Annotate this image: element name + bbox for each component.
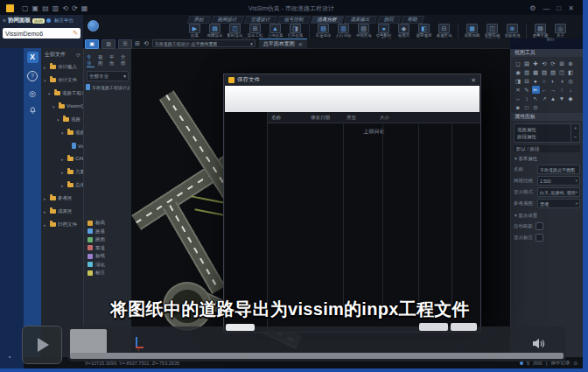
collapse-panel-icon[interactable]: « <box>3 18 6 24</box>
dialog-path-button[interactable] <box>226 324 255 331</box>
tree-expand-icon[interactable]: ▸ <box>61 170 66 175</box>
ribbon-button[interactable]: ▤路网导出 <box>205 24 225 38</box>
ribbon-tab[interactable]: 路网设计 <box>211 16 244 24</box>
parent-directory-row[interactable]: 上级目录 <box>268 128 480 136</box>
notification-bell-icon[interactable] <box>29 106 37 116</box>
play-button[interactable] <box>22 326 62 364</box>
ribbon-button[interactable]: ⊕坐标校准 <box>502 24 522 38</box>
section-display-settings[interactable]: ▾ 显示设置 <box>511 209 583 221</box>
undo-view-icon[interactable]: ⟲ <box>144 40 149 47</box>
view-tool-icon[interactable]: ← <box>541 86 549 94</box>
add-property-button[interactable]: ＋ <box>571 124 579 133</box>
ribbon-button[interactable]: ▶仿真 <box>185 24 205 38</box>
view-tool-icon[interactable]: ▧ <box>541 68 549 76</box>
active-document-tab[interactable]: 总平面布置图 ✕ <box>259 39 307 49</box>
ribbon-button[interactable]: ▤使用手册 <box>530 24 550 38</box>
tree-expand-icon[interactable]: ▸ <box>44 196 48 201</box>
file-list-column-header[interactable]: 修改日期 <box>307 115 343 121</box>
tree-expand-icon[interactable]: ▸ <box>44 222 48 228</box>
new-file-icon[interactable]: ▢ <box>22 4 29 13</box>
maximize-icon[interactable]: □ <box>556 4 561 13</box>
ribbon-button[interactable]: ◨打开仿真 <box>285 24 305 38</box>
ribbon-button[interactable]: ◎关于 <box>550 24 570 38</box>
checkbox[interactable] <box>536 234 543 242</box>
view-tool-icon[interactable]: ▤ <box>523 60 531 67</box>
view-tool-icon[interactable]: ▦ <box>532 68 540 76</box>
layer-item[interactable]: 标高 <box>84 219 131 228</box>
ribbon-tab[interactable]: 仿真分析 <box>311 16 344 24</box>
view-tool-icon[interactable]: ▥ <box>523 68 531 76</box>
layer-item[interactable]: 绿化 <box>84 261 131 270</box>
tree-item[interactable]: ▾ Vissim仿真 <box>41 100 83 113</box>
model-panel-tab[interactable]: 视图 <box>98 54 106 67</box>
ribbon-button[interactable]: ◫底图隐藏 <box>482 24 502 38</box>
platform-logo-icon[interactable]: X <box>27 52 38 63</box>
view-tool-icon[interactable]: ↑ <box>558 86 566 94</box>
section-basic-properties[interactable]: ▾ 基本属性 <box>511 152 583 164</box>
tree-item[interactable]: ▸ 方案设计 <box>41 165 83 179</box>
ribbon-button[interactable]: ◆检测器 <box>394 24 414 38</box>
ribbon-tab[interactable]: 交通设计 <box>244 16 277 24</box>
refresh-icon[interactable]: ⟳ <box>76 52 80 58</box>
close-tab-icon[interactable]: ✕ <box>298 41 303 47</box>
help-float-icon[interactable]: ◔ <box>7 354 11 361</box>
tree-item[interactable]: ▾ 道路数据 <box>41 126 83 139</box>
ribbon-button[interactable]: ●信号配时 <box>374 24 394 38</box>
file-list-column-header[interactable]: 名称 <box>268 115 307 121</box>
view-tool-icon[interactable]: ◐ <box>550 77 557 85</box>
tree-expand-icon[interactable]: ▾ <box>44 78 48 83</box>
tree-item[interactable]: ▸ CAD底图 <box>41 152 83 165</box>
ribbon-button[interactable]: ▧车道连接 <box>313 24 333 38</box>
ribbon-button[interactable]: ▥人行过街 <box>333 24 354 38</box>
model-panel-tab[interactable]: 专业 <box>87 54 94 67</box>
dialog-save-button[interactable] <box>419 323 448 331</box>
view-tool-icon[interactable]: ◆ <box>567 95 575 102</box>
dialog-close-icon[interactable]: ✕ <box>471 77 476 84</box>
tree-expand-icon[interactable]: ▸ <box>61 183 66 188</box>
view-tool-icon[interactable]: ✎ <box>523 86 531 94</box>
status-gear-icon[interactable]: ⊙ <box>573 361 578 366</box>
tree-expand-icon[interactable]: ▾ <box>61 130 66 136</box>
seek-track[interactable] <box>70 353 564 359</box>
layer-item[interactable]: 路基 <box>84 228 131 236</box>
dialog-cancel-button[interactable] <box>451 323 477 331</box>
view-tool-icon[interactable]: ◫ <box>558 68 566 76</box>
print-icon[interactable]: ▦ <box>81 4 88 13</box>
model-panel-tab[interactable]: 平面 <box>109 54 117 67</box>
open-file-icon[interactable]: ▣ <box>32 4 39 13</box>
view-tool-icon[interactable]: ⊞ <box>558 60 566 67</box>
view-tool-icon[interactable]: ↖ <box>532 95 540 102</box>
file-list-column-header[interactable]: 大小 <box>376 115 389 121</box>
layer-item[interactable]: 车道 <box>84 244 131 253</box>
checkbox[interactable] <box>536 222 543 230</box>
view-tool-icon[interactable]: ▲ <box>550 95 557 102</box>
tree-expand-icon[interactable]: ▾ <box>48 91 52 96</box>
layer-item[interactable]: 路面 <box>84 235 131 244</box>
tree-item[interactable]: Vissim.inpx <box>41 139 83 152</box>
save-all-icon[interactable]: ▥ <box>52 4 60 13</box>
panel-view-button-menu[interactable]: ☰ <box>118 39 132 49</box>
view-tool-icon[interactable]: ✚ <box>532 60 540 67</box>
help-icon[interactable]: ? <box>27 71 38 81</box>
locate-icon[interactable]: ◎ <box>29 89 36 98</box>
view-tool-icon[interactable]: ✂ <box>532 86 540 94</box>
view-tool-icon[interactable]: ↗ <box>541 95 549 102</box>
view-tool-icon[interactable]: ◧ <box>567 68 575 76</box>
view-tool-icon[interactable]: ⟲ <box>541 60 549 67</box>
layer-item[interactable]: 标线 <box>84 252 131 261</box>
view-tool-icon[interactable]: ◎ <box>567 77 575 85</box>
ribbon-tab[interactable]: 帮助 <box>401 16 424 24</box>
grid-icon[interactable]: ⊞ <box>135 40 140 47</box>
view-tool-icon[interactable]: ○ <box>541 77 549 85</box>
edit-pen-icon[interactable]: ✎ <box>73 30 78 37</box>
settings-icon[interactable]: ⚙ <box>529 4 536 13</box>
view-tool-icon[interactable]: ↓ <box>567 86 575 94</box>
panel-view-button-active[interactable]: ▣ <box>85 39 99 49</box>
ribbon-button[interactable]: ◫配时导出 <box>225 24 245 38</box>
volume-icon[interactable] <box>532 337 547 354</box>
ribbon-button[interactable]: ⊞导出工程 <box>245 24 265 38</box>
save-icon[interactable]: ▤ <box>42 4 49 13</box>
ribbon-button[interactable]: ⊟减速区域 <box>434 24 454 38</box>
view-tool-icon[interactable]: ◑ <box>558 77 566 85</box>
tree-item[interactable]: ▸ 归档文件 <box>41 218 83 231</box>
